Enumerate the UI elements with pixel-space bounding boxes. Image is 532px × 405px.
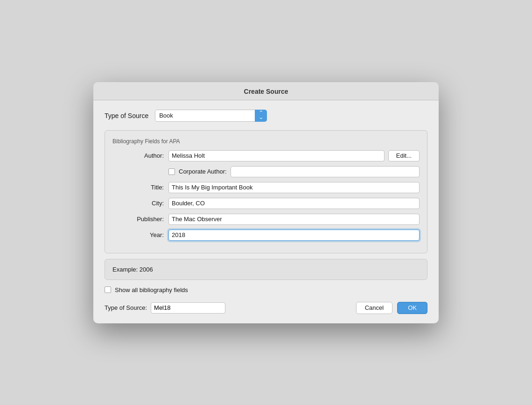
city-label: City: bbox=[112, 200, 164, 207]
author-label: Author: bbox=[112, 152, 164, 159]
footer-source-type-label: Type of Source: bbox=[105, 304, 147, 311]
show-all-checkbox[interactable] bbox=[105, 286, 111, 293]
corporate-author-input[interactable] bbox=[231, 166, 420, 177]
cancel-button[interactable]: Cancel bbox=[356, 302, 392, 314]
author-input-group: Edit... bbox=[168, 150, 420, 161]
author-row: Author: Edit... bbox=[112, 150, 420, 161]
bibliography-section: Bibliography Fields for APA Author: Edit… bbox=[105, 130, 427, 253]
show-all-row: Show all bibliography fields bbox=[105, 286, 427, 293]
show-all-label: Show all bibliography fields bbox=[115, 286, 188, 293]
title-label: Title: bbox=[112, 184, 164, 191]
corporate-author-row: Corporate Author: bbox=[112, 166, 420, 177]
footer-left: Type of Source: bbox=[105, 302, 225, 314]
dialog-body: Type of Source Book Book Section Journal… bbox=[93, 100, 439, 323]
type-of-source-select[interactable]: Book Book Section Journal Article Articl… bbox=[155, 110, 267, 122]
title-row: Title: bbox=[112, 182, 420, 193]
ok-button[interactable]: OK bbox=[397, 302, 427, 314]
city-row: City: bbox=[112, 198, 420, 209]
type-of-source-row: Type of Source Book Book Section Journal… bbox=[105, 110, 427, 122]
year-input[interactable] bbox=[168, 230, 420, 241]
year-row: Year: bbox=[112, 230, 420, 241]
corporate-author-label: Corporate Author: bbox=[179, 168, 227, 175]
publisher-row: Publisher: bbox=[112, 214, 420, 225]
bibliography-section-label: Bibliography Fields for APA bbox=[112, 138, 420, 145]
publisher-input[interactable] bbox=[168, 214, 420, 225]
create-source-dialog: Create Source Type of Source Book Book S… bbox=[93, 82, 439, 323]
source-select-wrapper: Book Book Section Journal Article Articl… bbox=[155, 110, 267, 122]
footer-source-type-input[interactable] bbox=[151, 302, 225, 314]
footer-buttons: Cancel OK bbox=[356, 302, 427, 314]
dialog-title: Create Source bbox=[244, 88, 288, 95]
example-text: Example: 2006 bbox=[112, 266, 153, 273]
corporate-author-checkbox[interactable] bbox=[168, 168, 175, 175]
footer-row: Type of Source: Cancel OK bbox=[105, 302, 427, 314]
edit-button[interactable]: Edit... bbox=[388, 150, 420, 161]
city-input[interactable] bbox=[168, 198, 420, 209]
dialog-title-bar: Create Source bbox=[93, 82, 439, 100]
author-input[interactable] bbox=[168, 150, 385, 161]
corporate-checkbox-wrapper bbox=[168, 168, 175, 175]
year-label: Year: bbox=[112, 231, 164, 238]
title-input[interactable] bbox=[168, 182, 420, 193]
type-of-source-label: Type of Source bbox=[105, 112, 148, 119]
example-box: Example: 2006 bbox=[105, 259, 427, 280]
publisher-label: Publisher: bbox=[112, 216, 164, 223]
